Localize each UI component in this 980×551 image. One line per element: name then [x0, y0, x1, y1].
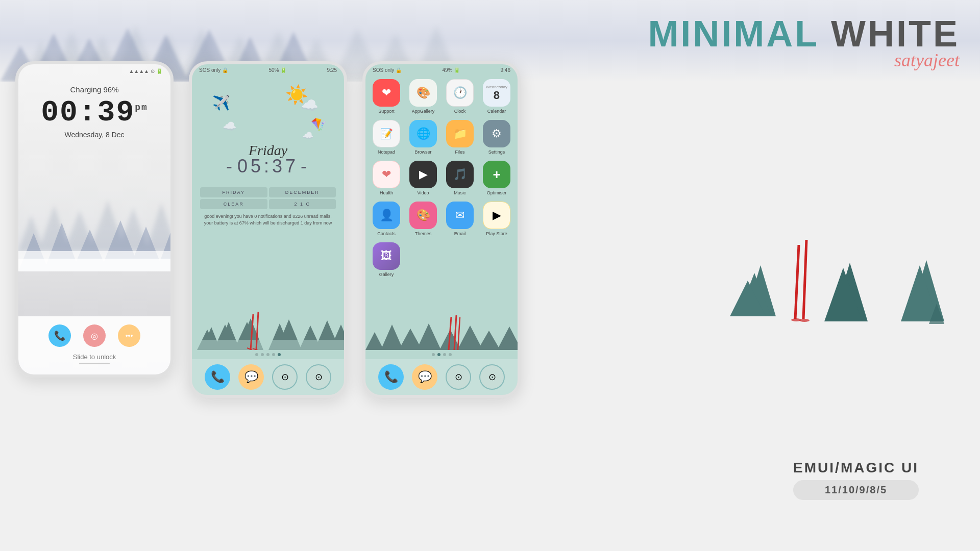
battery-icon: 🔋: [156, 68, 162, 74]
dock2-app1[interactable]: ⊙: [272, 364, 298, 390]
app-row-2: 📝 Notepad 🌐 Browser 📁: [365, 117, 518, 158]
app-notepad[interactable]: 📝 Notepad: [369, 117, 404, 158]
app-themes[interactable]: 🎨 Themes: [405, 198, 441, 239]
svg-line-65: [795, 245, 799, 319]
emui-label-area: EMUI/MAGIC UI 11/10/9/8/5: [793, 460, 919, 500]
emui-version: 11/10/9/8/5: [793, 480, 919, 500]
phone3-appgrid: SOS only 🔒 49% 🔋 9:46 ❤ Support: [362, 61, 521, 398]
phone3-status-bar: SOS only 🔒 49% 🔋 9:46: [365, 64, 518, 74]
svg-rect-46: [192, 340, 344, 350]
phone2-status-bar: SOS only 🔒 50% 🔋 9:25: [192, 64, 344, 74]
svg-marker-52: [381, 324, 403, 350]
page-dots-3: [365, 350, 518, 359]
svg-marker-56: [457, 325, 483, 350]
plane-icon: ✈️: [212, 94, 230, 111]
phone1-lockscreen: ▲▲▲▲ ⊙ 🔋 Charging 96% 00:39pm Wednesday,…: [15, 61, 174, 378]
app-row-1: ❤ Support 🎨 AppGallery 🕐: [365, 74, 518, 117]
app-music[interactable]: 🎵 Music: [442, 158, 478, 198]
deco-trees-svg: [715, 173, 949, 337]
dock3-app2[interactable]: ⊙: [479, 364, 505, 390]
slide-to-unlock: Slide to unlock: [18, 351, 170, 366]
dock-phone[interactable]: 📞: [48, 324, 71, 347]
signal-icon: ▲▲▲▲: [129, 68, 149, 74]
widget-time: -05:37-: [192, 156, 344, 177]
dock2-msg[interactable]: 💬: [238, 364, 264, 390]
phone1-dock: 📞 ◎ •••: [18, 316, 170, 351]
svg-line-61: [458, 317, 460, 350]
app-settings[interactable]: ⚙ Settings: [479, 117, 514, 158]
deco-right: [715, 173, 949, 337]
app-playstore[interactable]: ▶ Play Store: [479, 198, 514, 239]
app-support[interactable]: ❤ Support: [369, 76, 404, 117]
svg-marker-58: [497, 327, 518, 350]
dock-hicare[interactable]: ◎: [83, 324, 106, 347]
app-grid-container: ❤ Support 🎨 AppGallery 🕐: [365, 74, 518, 314]
phone3-forest-svg: [365, 314, 518, 350]
app-row-3: ❤ Health ▶ Video 🎵: [365, 158, 518, 198]
cloud2-icon: ☁️: [223, 120, 236, 133]
app-files[interactable]: 📁 Files: [442, 117, 478, 158]
dock3-phone[interactable]: 📞: [378, 364, 404, 390]
phone2-widget: SOS only 🔒 50% 🔋 9:25 ✈️ ☀️ ☁️ ☁️ ☁️ 🪁 F…: [189, 61, 347, 398]
battery-center3: 49% 🔋: [442, 67, 460, 73]
kite-icon: 🪁: [311, 117, 326, 132]
battery-center: 50% 🔋: [268, 67, 286, 73]
app-health[interactable]: ❤ Health: [369, 158, 404, 198]
title-text: MINIMAL WHITE: [648, 15, 960, 52]
phone2-forest-svg: [192, 304, 344, 350]
emui-title: EMUI/MAGIC UI: [793, 460, 919, 476]
app-video[interactable]: ▶ Video: [405, 158, 441, 198]
app-appgallery[interactable]: 🎨 AppGallery: [405, 76, 441, 117]
slide-line: [79, 363, 110, 364]
dock-more[interactable]: •••: [118, 324, 140, 347]
info-friday: FRIDAY: [200, 187, 267, 197]
app-row-4: 👤 Contacts 🎨 Themes ✉: [365, 198, 518, 239]
cloud-icon: ☁️: [301, 97, 318, 114]
app-row-5: 🖼 Gallery: [365, 239, 518, 280]
phone2-dock: 📞 💬 ⊙ ⊙: [192, 359, 344, 395]
app-calendar[interactable]: Wednesday 8 Calendar: [479, 76, 514, 117]
phones-container: ▲▲▲▲ ⊙ 🔋 Charging 96% 00:39pm Wednesday,…: [15, 61, 521, 398]
app-optimiser[interactable]: + Optimiser: [479, 158, 514, 198]
page-dots-2: [192, 350, 344, 359]
svg-marker-51: [365, 332, 384, 350]
phone3-dock: 📞 💬 ⊙ ⊙: [365, 359, 518, 395]
wifi-icon: ⊙: [151, 68, 155, 74]
app-clock[interactable]: 🕐 Clock: [442, 76, 478, 117]
dock2-phone[interactable]: 📞: [205, 364, 230, 390]
dock3-msg[interactable]: 💬: [412, 364, 437, 390]
app-contacts[interactable]: 👤 Contacts: [369, 198, 404, 239]
time-right: 9:25: [327, 67, 337, 73]
svg-line-66: [803, 240, 806, 319]
info-temp: 2 1 C: [269, 199, 336, 209]
app-email[interactable]: ✉ Email: [442, 198, 478, 239]
charging-text: Charging 96%: [18, 76, 170, 98]
lock-date: Wednesday, 8 Dec: [18, 129, 170, 139]
sos-left3: SOS only 🔒: [373, 67, 402, 73]
phone3-forest: [365, 314, 518, 350]
app-gallery[interactable]: 🖼 Gallery: [369, 239, 404, 280]
dock3-app1[interactable]: ⊙: [446, 364, 471, 390]
info-clear: CLEAR: [200, 199, 267, 209]
svg-marker-54: [416, 323, 441, 350]
info-december: DECEMBER: [269, 187, 336, 197]
app-browser[interactable]: 🌐 Browser: [405, 117, 441, 158]
info-grid: FRIDAY DECEMBER CLEAR 2 1 C: [200, 187, 336, 209]
title-area: MINIMAL WHITE satyajeet: [648, 15, 960, 71]
svg-rect-34: [18, 259, 170, 271]
lock-time: 00:39pm: [18, 98, 170, 129]
phone1-status-bar: ▲▲▲▲ ⊙ 🔋: [18, 64, 170, 76]
svg-point-68: [799, 319, 810, 322]
cloud3-icon: ☁️: [302, 130, 313, 141]
notification-text: good evening! you have 0 notifications a…: [192, 210, 344, 229]
sos-left: SOS only 🔒: [199, 67, 228, 73]
svg-marker-57: [478, 331, 500, 350]
dock2-app2[interactable]: ⊙: [306, 364, 331, 390]
time-right3: 9:46: [501, 67, 510, 73]
